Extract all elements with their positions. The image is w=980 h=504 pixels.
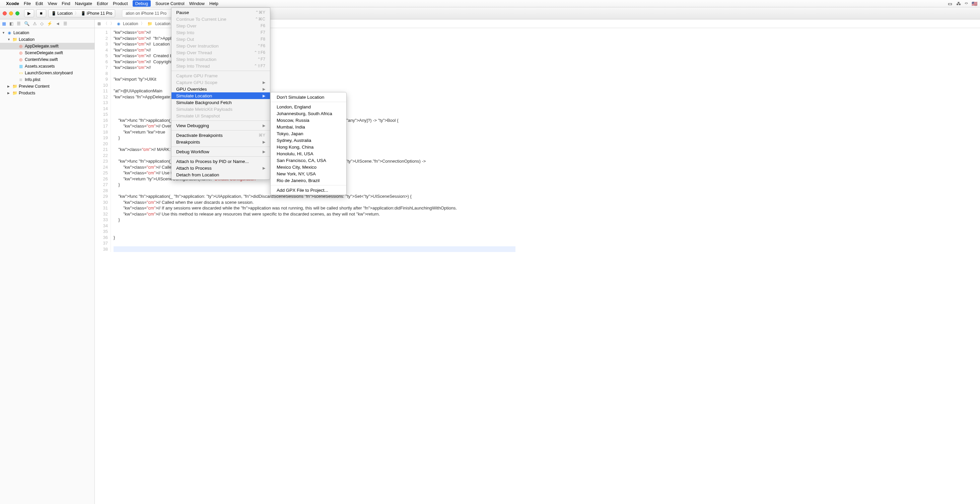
submenu-item[interactable]: Moscow, Russia — [270, 117, 346, 124]
zoom-window-icon[interactable] — [15, 11, 19, 16]
statusbar-wifi-icon[interactable]: ⌔ — [965, 1, 967, 6]
menu-item-label: Step Into Thread — [176, 63, 210, 68]
submenu-item[interactable]: London, England — [270, 103, 346, 110]
tree-file[interactable]: ◎AppDelegate.swift — [0, 43, 94, 49]
menu-find[interactable]: Find — [62, 1, 70, 6]
submenu-item[interactable]: Mumbai, India — [270, 124, 346, 130]
disclosure-triangle-icon[interactable]: ▼ — [2, 31, 5, 35]
submenu-item[interactable]: Honolulu, HI, USA — [270, 150, 346, 157]
menu-window[interactable]: Window — [189, 1, 205, 6]
jump-folder-label[interactable]: Location — [155, 21, 170, 26]
submenu-item-label: Johannesburg, South Africa — [277, 111, 332, 116]
menu-item-label: Step Into Instruction — [176, 57, 216, 62]
menu-item[interactable]: Detach from Location — [172, 171, 270, 178]
report-navigator-icon[interactable]: ☰ — [63, 21, 67, 26]
menu-edit[interactable]: Edit — [35, 1, 43, 6]
submenu-item[interactable]: New York, NY, USA — [270, 170, 346, 177]
menu-item-label: Debug Workflow — [176, 149, 209, 154]
menu-item[interactable]: View Debugging▶ — [172, 122, 270, 129]
statusbar-battery-icon[interactable]: ▭ — [948, 1, 952, 6]
menu-item[interactable]: Simulate Location▶ — [172, 92, 270, 99]
submenu-item[interactable]: Hong Kong, China — [270, 144, 346, 150]
tree-folder[interactable]: ▶📁Preview Content — [0, 83, 94, 90]
disclosure-triangle-icon[interactable]: ▼ — [7, 38, 11, 41]
menu-editor[interactable]: Editor — [97, 1, 108, 6]
menu-item[interactable]: Debug Workflow▶ — [172, 148, 270, 155]
tree-project-root[interactable]: ▼ ◉ Location — [0, 29, 94, 36]
tree-file[interactable]: ◎SceneDelegate.swift — [0, 49, 94, 56]
tree-file[interactable]: ◎ContentView.swift — [0, 56, 94, 63]
menu-product[interactable]: Product — [113, 1, 128, 6]
project-navigator-icon[interactable]: ▦ — [2, 21, 6, 26]
submenu-item[interactable]: Sydney, Australia — [270, 137, 346, 144]
scheme-selector[interactable]: 📱 Location 〉 📱 iPhone 11 Pro — [48, 10, 115, 17]
test-navigator-icon[interactable]: ◇ — [40, 21, 43, 26]
disclosure-triangle-icon[interactable]: ▶ — [7, 85, 11, 88]
menu-item-label: Simulate Background Fetch — [176, 100, 232, 105]
close-window-icon[interactable] — [3, 11, 7, 16]
breakpoint-navigator-icon[interactable]: ◄ — [56, 21, 60, 26]
file-icon: ◎ — [18, 57, 24, 62]
submenu-item[interactable]: Add GPX File to Project... — [270, 187, 346, 193]
menu-item-label: Capture GPU Scope — [176, 80, 217, 85]
window-controls — [3, 11, 19, 16]
submenu-item[interactable]: Don't Simulate Location — [270, 94, 346, 100]
statusbar-bluetooth-icon[interactable]: ⁂ — [956, 1, 961, 6]
tree-label: SceneDelegate.swift — [25, 51, 63, 55]
jump-project-icon: ◉ — [117, 21, 120, 26]
submenu-item-label: Tokyo, Japan — [277, 131, 304, 136]
source-control-navigator-icon[interactable]: ◧ — [10, 21, 13, 26]
tree-folder[interactable]: ▶📁Products — [0, 90, 94, 97]
submenu-arrow-icon: ▶ — [262, 140, 265, 144]
menu-item-label: Breakpoints — [176, 139, 200, 144]
menu-item[interactable]: Deactivate Breakpoints⌘Y — [172, 132, 270, 139]
submenu-item-label: Rio de Janeiro, Brazil — [277, 178, 320, 183]
symbol-navigator-icon[interactable]: ☰ — [17, 21, 21, 26]
find-navigator-icon[interactable]: 🔍 — [24, 21, 29, 26]
related-items-icon[interactable]: ⊞ — [97, 21, 101, 26]
menu-source-control[interactable]: Source Control — [155, 1, 185, 6]
submenu-item[interactable]: Johannesburg, South Africa — [270, 110, 346, 117]
menu-item[interactable]: Breakpoints▶ — [172, 139, 270, 145]
navigator-panel: ▦ ◧ ☰ 🔍 ⚠ ◇ ⚡ ◄ ☰ ▼ ◉ Location ▼ 📁 Locat… — [0, 19, 95, 504]
tree-file[interactable]: ▦Assets.xcassets — [0, 63, 94, 70]
menu-item[interactable]: Pause⌃⌘Y — [172, 9, 270, 16]
minimize-window-icon[interactable] — [9, 11, 13, 16]
menu-navigate[interactable]: Navigate — [75, 1, 92, 6]
submenu-item[interactable]: Tokyo, Japan — [270, 130, 346, 137]
statusbar-flag-icon[interactable]: 🇺🇸 — [972, 1, 977, 6]
menu-file[interactable]: File — [24, 1, 31, 6]
issue-navigator-icon[interactable]: ⚠ — [33, 21, 37, 26]
menu-view[interactable]: View — [48, 1, 57, 6]
menu-item-label: Simulate UI Snapshot — [176, 113, 220, 119]
jump-project-label[interactable]: Location — [123, 21, 138, 26]
scheme-app-label: Location — [57, 11, 72, 16]
tree-label: LaunchScreen.storyboard — [25, 71, 73, 75]
tree-group[interactable]: ▼ 📁 Location — [0, 36, 94, 43]
tree-label: Location — [19, 37, 35, 42]
tree-label: AppDelegate.swift — [25, 44, 59, 49]
tree-label: Assets.xcassets — [25, 64, 55, 68]
submenu-item[interactable]: Rio de Janeiro, Brazil — [270, 177, 346, 184]
app-menu[interactable]: Xcode — [6, 1, 19, 6]
submenu-item[interactable]: San Francisco, CA, USA — [270, 157, 346, 164]
submenu-item[interactable]: Mexico City, Mexico — [270, 164, 346, 170]
back-button-icon[interactable]: 〈 — [103, 21, 108, 27]
stop-button[interactable]: ■ — [36, 10, 46, 17]
menu-item[interactable]: Attach to Process▶ — [172, 165, 270, 171]
tree-file[interactable]: ≣Info.plist — [0, 76, 94, 83]
menu-item[interactable]: GPU Overrides▶ — [172, 86, 270, 92]
system-menubar: Xcode File Edit View Find Navigate Edito… — [0, 0, 980, 7]
menu-debug[interactable]: Debug — [133, 0, 151, 7]
disclosure-triangle-icon[interactable]: ▶ — [7, 91, 11, 95]
run-button[interactable]: ▶ — [24, 10, 34, 17]
menu-item[interactable]: Simulate Background Fetch — [172, 99, 270, 106]
chevron-right-icon: 〉 — [141, 21, 145, 27]
menu-help[interactable]: Help — [209, 1, 218, 6]
menu-item[interactable]: Attach to Process by PID or Name... — [172, 158, 270, 165]
forward-button-icon[interactable]: 〉 — [110, 21, 114, 27]
debug-menu-dropdown: Pause⌃⌘YContinue To Current Line⌃⌘CStep … — [171, 7, 270, 180]
tree-file[interactable]: ▭LaunchScreen.storyboard — [0, 70, 94, 76]
scheme-app-icon: 📱 — [51, 11, 56, 16]
debug-navigator-icon[interactable]: ⚡ — [47, 21, 52, 26]
